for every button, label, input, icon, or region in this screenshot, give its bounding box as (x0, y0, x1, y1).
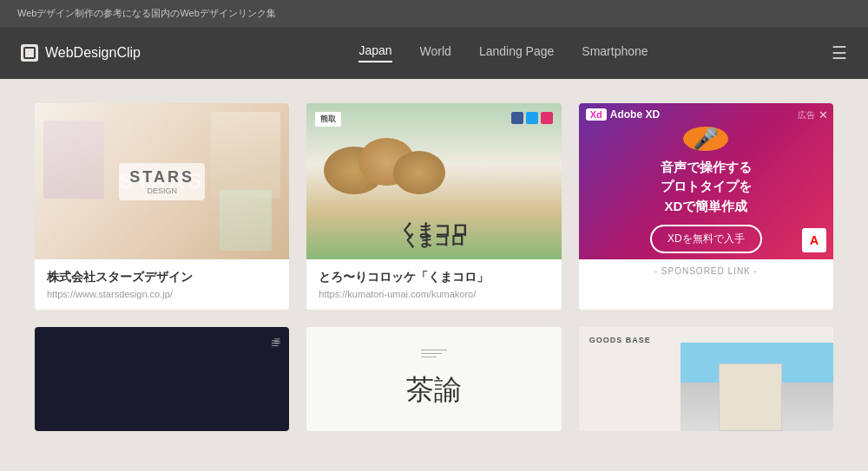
ad-main-text: 音声で操作するプロトタイプをXDで簡単作成 (661, 158, 752, 217)
ad-header-bar: Xd Adobe XD (586, 108, 660, 121)
adobe-logo-area: A (802, 228, 826, 252)
card-kumakoro-url: https://kumatori-umai.com/kumakoro/ (319, 289, 549, 299)
ad-controls: 広告 ✕ (798, 108, 828, 121)
adobe-xd-brand: Adobe XD (610, 108, 660, 121)
card-stars-url: https://www.starsdesign.co.jp/ (47, 289, 277, 299)
nav-world[interactable]: World (420, 44, 451, 62)
card-tea[interactable]: 茶諭 (306, 327, 561, 431)
header: WebDesignClip Japan World Landing Page S… (0, 27, 868, 79)
tea-line-2 (421, 353, 442, 354)
card-stars-title: 株式会社スターズデザイン (47, 270, 277, 285)
card-kumakoro[interactable]: 熊取 くまコロ とろ〜りコロッケ「くまコロ」 ht (306, 103, 561, 310)
card-kumakoro-image: 熊取 くまコロ (306, 103, 561, 259)
card-goods-image: GOODS BASE (579, 327, 833, 431)
sponsored-text: - SPONSORED LINK - (579, 259, 833, 283)
card-stars-info: 株式会社スターズデザイン https://www.starsdesign.co.… (35, 259, 289, 310)
dark-menu-icon: ≡ (273, 334, 280, 348)
main-nav: Japan World Landing Page Smartphone (175, 43, 832, 62)
tea-lines (421, 350, 447, 357)
nav-japan[interactable]: Japan (358, 43, 391, 62)
main-content: STARS DESIGN 株式会社スターズデザイン https://www.st… (0, 79, 868, 455)
card-adobe-xd-ad[interactable]: Xd Adobe XD 広告 ✕ 🎤 音声で操作するプロトタイプをXDで簡単作成… (579, 103, 833, 310)
tea-line-3 (421, 357, 437, 357)
card-ad-image: Xd Adobe XD 広告 ✕ 🎤 音声で操作するプロトタイプをXDで簡単作成… (579, 103, 833, 259)
card-kumakoro-title: とろ〜りコロッケ「くまコロ」 (319, 270, 549, 285)
card-tea-image: 茶諭 (306, 327, 561, 431)
card-dark[interactable]: ≡ (35, 327, 289, 431)
tea-line-1 (421, 350, 447, 350)
hamburger-menu[interactable]: ☰ (832, 43, 847, 63)
card-goods[interactable]: GOODS BASE (579, 327, 833, 431)
bottom-card-grid: ≡ 茶諭 GOODS BASE (35, 327, 833, 431)
adobe-logo: A (802, 228, 826, 252)
tea-characters: 茶諭 (406, 371, 462, 409)
ad-close-button[interactable]: ✕ (819, 108, 828, 121)
card-stars-image: STARS DESIGN (35, 103, 289, 259)
stars-bg: STARS DESIGN (35, 103, 289, 259)
logo[interactable]: WebDesignClip (21, 44, 141, 62)
mic-icon: 🎤 (683, 127, 728, 151)
logo-text: WebDesignClip (45, 45, 141, 61)
ad-indicator-label: 広告 (798, 109, 815, 121)
logo-icon (21, 44, 38, 62)
ad-cta-button[interactable]: XDを無料で入手 (650, 225, 762, 253)
card-kumakoro-info: とろ〜りコロッケ「くまコロ」 https://kumatori-umai.com… (306, 259, 561, 310)
card-stars-design[interactable]: STARS DESIGN 株式会社スターズデザイン https://www.st… (35, 103, 289, 310)
top-banner: Webデザイン制作の参考になる国内のWebデザインリンク集 (0, 0, 868, 27)
goods-brand-label: GOODS BASE (589, 336, 651, 344)
nav-smartphone[interactable]: Smartphone (582, 44, 648, 62)
xd-badge: Xd (586, 108, 607, 121)
goods-building (719, 363, 782, 431)
nav-landing-page[interactable]: Landing Page (479, 44, 554, 62)
card-dark-image: ≡ (35, 327, 289, 431)
mic-emoji: 🎤 (693, 127, 719, 151)
kumakoro-bg: 熊取 くまコロ (306, 103, 561, 259)
top-banner-text: Webデザイン制作の参考になる国内のWebデザインリンク集 (17, 8, 276, 18)
card-grid: STARS DESIGN 株式会社スターズデザイン https://www.st… (35, 103, 833, 310)
